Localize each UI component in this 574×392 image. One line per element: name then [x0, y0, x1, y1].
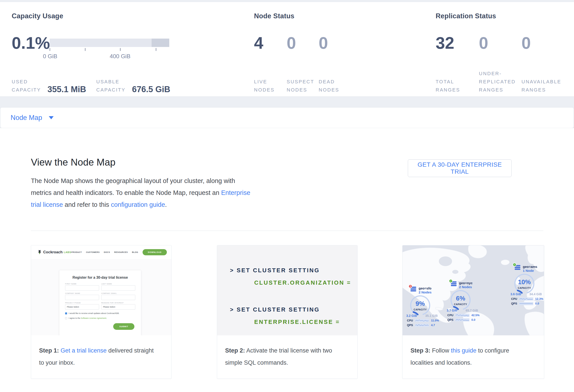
axis-label-400gib: 400 GiB: [110, 53, 130, 60]
step2-card: > SET CLUSTER SETTING CLUSTER.ORGANIZATI…: [217, 245, 357, 379]
node-map-dropdown-label[interactable]: Node Map: [11, 114, 42, 122]
gauge-percent: 6%: [450, 295, 472, 302]
locality-names: geo=nyc 2 Nodes: [459, 281, 472, 289]
capacity-bar-chart: 0 GiB 400 GiB: [50, 38, 169, 59]
promo-desc-line: metrics and health indicators. To enable…: [31, 187, 250, 199]
promo-desc-text: and refer to this: [63, 201, 111, 208]
cluster-summary-panel: Capacity Usage 0.1% 0 GiB 400 GiB: [0, 2, 574, 96]
mini-site-logo-suffix: LABS: [64, 251, 71, 254]
prompt-symbol: >: [230, 267, 234, 274]
mini-checkbox-label: I agree to the Software License Agreemen…: [69, 317, 107, 319]
error-badge-icon: 1: [409, 284, 412, 288]
locality-header: ✓ geo=nyc 2 Nodes: [451, 281, 481, 289]
mini-text-input: [65, 295, 99, 300]
capacity-usage-section: Capacity Usage 0.1% 0 GiB 400 GiB: [12, 12, 169, 94]
mini-text-input: [65, 285, 99, 291]
sql-enterprise-license-line: ENTERPRISE.LICENSE =: [254, 318, 357, 326]
cpu-label: CPU: [511, 297, 519, 300]
suspect-nodes-value: 0: [287, 34, 319, 52]
metric-label-line: CAPACITY: [96, 86, 127, 94]
axis-tick: [50, 48, 50, 51]
this-guide-link[interactable]: this guide: [451, 347, 476, 354]
cpu-value: 12.3%: [535, 297, 543, 300]
step1-card: Cockroach LABS PRODUCT CUSTOMERS DOCS RE…: [31, 245, 171, 379]
mini-download-button: DOWNLOAD: [143, 249, 167, 255]
capacity-gauge: 9% CAPACITY: [409, 295, 431, 316]
qps-label: QPS: [447, 318, 455, 321]
usable-capacity-value: 676.5 GiB: [132, 85, 170, 94]
cpu-row: CPU 11.0%: [407, 319, 440, 322]
step-label: Step 1:: [39, 347, 59, 354]
caption-text: Activate the trial license with two: [245, 347, 332, 354]
node-map-preview: 1 geo=sfo 2 Nodes 9% CAPACITY: [403, 245, 544, 335]
metric-label-line: CAPACITY: [12, 86, 42, 94]
under-replicated-ranges-value: 0: [479, 34, 521, 52]
chevron-down-icon: [49, 116, 54, 119]
get-trial-license-link[interactable]: Get a trial license: [61, 347, 107, 354]
locality-node-count: 2 Nodes: [459, 285, 472, 289]
mini-field-label: REASON FOR INTEREST: [101, 302, 135, 304]
enterprise-trial-license-link[interactable]: trial license: [31, 201, 63, 208]
used-capacity-metric: USED CAPACITY 355.1 MiB: [12, 78, 86, 94]
usable-capacity-label: USABLE CAPACITY: [96, 78, 127, 94]
ok-badge-icon: ✓: [513, 263, 516, 266]
dead-nodes-value: 0: [319, 34, 328, 52]
node-status-values: 4 0 0: [254, 34, 328, 52]
label-line: LIVE: [254, 78, 287, 86]
under-replicated-ranges-label: UNDER- REPLICATED RANGES: [479, 70, 521, 94]
label-line: SUSPECT: [287, 78, 319, 86]
node-map-dropdown[interactable]: Node Map: [0, 107, 574, 128]
sql-code-block: > SET CLUSTER SETTING CLUSTER.ORGANIZATI…: [217, 245, 357, 326]
get-enterprise-trial-button[interactable]: GET A 30-DAY ENTERPRISE TRIAL: [408, 159, 512, 177]
step-label: Step 2:: [225, 347, 245, 354]
caption-text: to configure: [476, 347, 509, 354]
axis-tick: [85, 48, 85, 51]
promo-desc-line: trial license and refer to this configur…: [31, 199, 250, 210]
locality-name: geo=nyc: [459, 281, 472, 285]
locality-names: geo=sfo 2 Nodes: [419, 286, 431, 294]
promo-desc-text: The Node Map shows the geographical layo…: [31, 177, 235, 184]
caption-line: Step 3: Follow this guide to configure: [410, 345, 538, 357]
sql-set-cluster-setting-line: > SET CLUSTER SETTING: [230, 306, 357, 313]
mini-form-field: PROJECT PHASE Please Select: [65, 302, 99, 310]
capacity-percent-value: 0.1%: [12, 34, 50, 52]
label-line: UNDER-: [479, 70, 521, 78]
label-line: RANGES: [521, 86, 561, 94]
label-line: NODES: [319, 86, 339, 94]
mini-website: Cockroach LABS PRODUCT CUSTOMERS DOCS RE…: [31, 245, 171, 335]
qps-sparkline-icon: [455, 318, 469, 321]
caption-line: localities and locations.: [410, 357, 538, 369]
qps-row: QPS 4.7: [407, 323, 440, 327]
gauge-percent: 10%: [513, 279, 535, 286]
total-ranges-label: TOTAL RANGES: [436, 78, 479, 94]
promo-description: The Node Map shows the geographical layo…: [31, 175, 250, 210]
section-divider: [31, 231, 543, 231]
replication-status-section: Replication Status 32 0 0 TOTAL RANGES U…: [436, 12, 531, 94]
replication-values: 32 0 0: [436, 34, 531, 52]
capacity-usage-title: Capacity Usage: [12, 12, 169, 20]
mini-form-field: LAST NAME: [101, 283, 135, 291]
axis-label-0gib: 0 GiB: [43, 53, 57, 60]
unavailable-ranges-value: 0: [521, 34, 531, 52]
database-stack-icon: ✓: [515, 265, 521, 271]
step3-caption: Step 3: Follow this guide to configure l…: [403, 335, 544, 369]
step3-card: 1 geo=sfo 2 Nodes 9% CAPACITY: [402, 245, 544, 379]
qps-row: QPS 0.0: [511, 302, 544, 305]
label-line: TOTAL: [436, 78, 479, 86]
sql-command-text: SET CLUSTER SETTING: [237, 267, 320, 274]
gauge-capacity-label: CAPACITY: [450, 303, 472, 306]
mini-field-label: FIRST NAME: [65, 283, 99, 285]
cpu-row: CPU 12.3%: [511, 297, 544, 300]
mini-form-field: FIRST NAME: [65, 283, 99, 291]
mini-checkbox-row: I agree to the Software License Agreemen…: [65, 317, 135, 319]
axis-tick: [120, 48, 121, 51]
qps-label: QPS: [407, 323, 415, 327]
unavailable-ranges-label: UNAVAILABLE RANGES: [521, 78, 561, 94]
label-line: NODES: [287, 86, 319, 94]
mini-sla-link: Software License Agreement.: [81, 317, 107, 319]
mini-nav-item: RESOURCES: [114, 251, 128, 253]
prompt-symbol: >: [230, 306, 234, 313]
enterprise-trial-license-link[interactable]: Enterprise: [221, 189, 250, 196]
caption-text: to your inbox.: [39, 359, 75, 366]
configuration-guide-link[interactable]: configuration guide: [111, 201, 165, 208]
